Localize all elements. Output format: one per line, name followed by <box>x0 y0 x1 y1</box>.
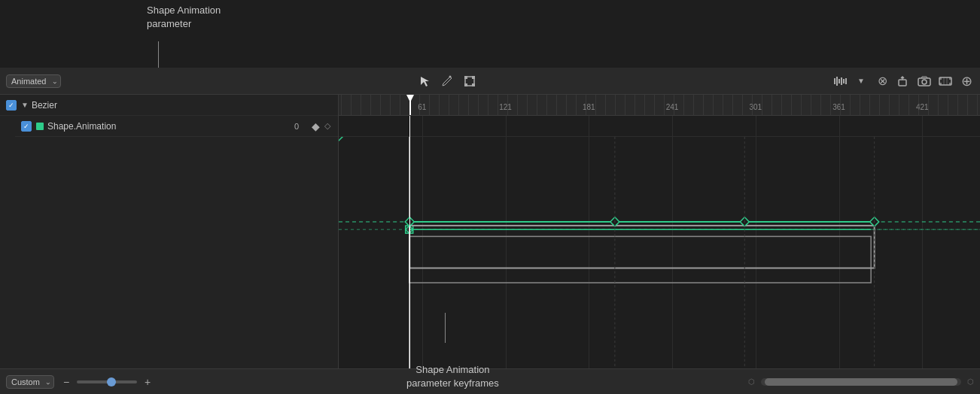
bezier-layer-name: Bezier <box>32 100 332 111</box>
status-bar: Custom Default − + ⬡ ⬡ <box>0 368 980 394</box>
svg-rect-17 <box>939 83 942 85</box>
zoom-out-button[interactable]: − <box>60 376 72 388</box>
svg-rect-2 <box>464 76 467 79</box>
camera-button[interactable] <box>917 74 932 89</box>
bezier-checkbox[interactable] <box>6 100 17 111</box>
mode-select[interactable]: Custom Default <box>6 375 54 389</box>
toolbar-left: Animated All Custom <box>6 74 61 88</box>
svg-rect-9 <box>841 77 842 85</box>
timeline-scrollbar-track[interactable] <box>761 378 961 386</box>
select-rect-tool-button[interactable] <box>462 74 477 89</box>
waveform-chevron[interactable]: ▼ <box>854 74 869 89</box>
keyframe-nav: ◆ ◇ <box>310 120 332 132</box>
shape-animation-layer-name: Shape.Animation <box>47 121 289 132</box>
zoom-in-button[interactable]: + <box>142 376 154 388</box>
waveform-icon[interactable] <box>832 74 848 89</box>
svg-rect-5 <box>472 83 475 86</box>
zoom-slider-thumb[interactable] <box>107 377 116 386</box>
svg-rect-16 <box>939 77 942 80</box>
svg-rect-8 <box>838 79 840 83</box>
scrollbar-left-handle[interactable]: ⬡ <box>748 377 755 386</box>
annotation-top-area: Shape Animationparameter <box>0 0 980 68</box>
filter-select[interactable]: Animated All Custom <box>6 74 61 88</box>
zoom-control: − + <box>60 376 154 388</box>
status-right: ⬡ ⬡ <box>748 377 974 386</box>
filter-select-wrapper[interactable]: Animated All Custom <box>6 74 61 88</box>
status-left: Custom Default − + <box>6 375 154 389</box>
svg-point-0 <box>449 75 451 77</box>
timeline-content <box>339 116 980 368</box>
svg-rect-18 <box>949 77 951 80</box>
keyframe-add-button[interactable]: ◇ <box>323 121 332 131</box>
toolbar-right: ▼ ⊗ ⊕ <box>832 74 974 89</box>
playhead <box>409 116 410 368</box>
content-area: ▼ Bezier Shape.Animation 0 ◆ ◇ <box>0 95 980 368</box>
svg-rect-12 <box>899 80 906 86</box>
mode-select-wrapper[interactable]: Custom Default <box>6 375 54 389</box>
left-panel: ▼ Bezier Shape.Animation 0 ◆ ◇ <box>0 95 339 368</box>
close-button[interactable]: ⊗ <box>875 74 890 89</box>
timeline-scrollbar-container: ⬡ ⬡ <box>748 377 974 386</box>
layer-shape-animation: Shape.Animation 0 ◆ ◇ <box>15 116 338 137</box>
curve-svg <box>339 137 980 368</box>
timeline-panel: 61 121 181 241 301 361 421 <box>339 95 980 368</box>
bezier-track-row <box>339 116 980 137</box>
svg-rect-7 <box>836 77 838 86</box>
shape-animation-value: 0 <box>289 122 304 131</box>
pen-tool-button[interactable] <box>440 74 455 89</box>
annotation-top-label: Shape Animationparameter <box>147 4 221 31</box>
svg-rect-6 <box>834 78 835 84</box>
scrollbar-right-handle[interactable]: ⬡ <box>967 377 974 386</box>
bezier-expand-icon[interactable]: ▼ <box>21 101 29 109</box>
shape-animation-track <box>339 137 980 368</box>
svg-point-14 <box>922 80 927 84</box>
svg-rect-41 <box>409 226 874 268</box>
main-container: Animated All Custom ▼ ⊗ <box>0 68 980 394</box>
svg-rect-10 <box>843 79 845 83</box>
film-button[interactable] <box>938 74 953 89</box>
shape-animation-checkbox[interactable] <box>21 121 32 132</box>
timeline-scrollbar-thumb[interactable] <box>765 378 957 386</box>
svg-rect-11 <box>845 78 847 84</box>
timeline-ruler: 61 121 181 241 301 361 421 <box>339 95 980 116</box>
toolbar: Animated All Custom ▼ ⊗ <box>0 68 980 95</box>
zoom-fit-button[interactable]: ⊕ <box>959 74 974 89</box>
svg-rect-4 <box>464 83 467 86</box>
shape-animation-swatch <box>36 123 44 130</box>
svg-rect-19 <box>949 83 951 85</box>
share-button[interactable] <box>896 74 911 89</box>
layer-bezier: ▼ Bezier <box>0 95 338 116</box>
keyframe-prev-button[interactable]: ◆ <box>310 120 321 132</box>
cursor-tool-button[interactable] <box>417 74 432 89</box>
keyframe-overlay <box>339 137 980 368</box>
zoom-slider-track[interactable] <box>77 380 137 383</box>
svg-rect-3 <box>472 76 475 79</box>
